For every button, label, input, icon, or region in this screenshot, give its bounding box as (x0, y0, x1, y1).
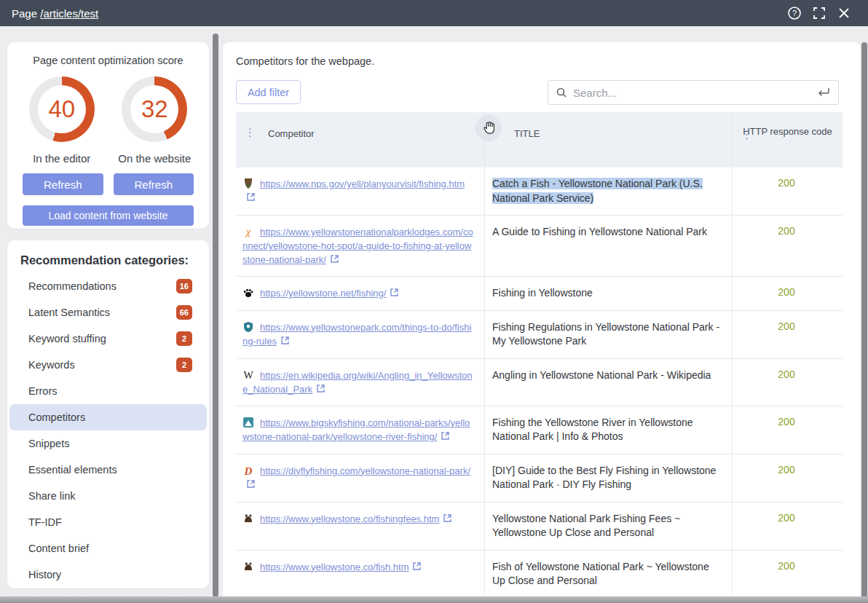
external-link-icon[interactable] (330, 254, 339, 264)
optimization-score-card: Page content optimization score 40 In th… (7, 42, 209, 229)
gauge-caption: On the website (118, 152, 191, 165)
refresh-button-row: RefreshRefresh (15, 173, 201, 195)
competitor-cell: https://www.bigskyfishing.com/national-p… (236, 406, 484, 454)
http-code-cell: 200 (732, 454, 843, 502)
column-header-http-code[interactable]: ⋮ HTTP response code (732, 112, 843, 168)
competitor-url-link[interactable]: https://www.yellowstonepark.com/things-t… (242, 322, 471, 347)
bottom-edge-strip (0, 596, 868, 603)
gauge-value: 40 (29, 76, 95, 142)
drag-handle-icon[interactable]: ⋮ (245, 126, 256, 139)
competitor-cell: https://www.yellowstone.co/fish.htm (236, 551, 484, 598)
competitor-url-link[interactable]: https://diyflyfishing.com/yellowstone-na… (260, 465, 470, 476)
competitor-url-link[interactable]: https://www.yellowstonenationalparklodge… (242, 226, 473, 265)
category-label: TF-IDF (28, 516, 192, 528)
competitor-cell: https://www.yellowstone.co/fishingfees.h… (236, 502, 484, 550)
external-link-icon[interactable] (443, 513, 452, 523)
svg-text:D: D (244, 465, 253, 476)
external-link-icon[interactable] (316, 384, 326, 393)
search-box[interactable] (548, 80, 839, 105)
category-label: Latent Semantics (28, 307, 176, 318)
svg-text:W: W (243, 370, 253, 381)
competitor-cell: Dhttps://diyflyfishing.com/yellowstone-n… (236, 454, 484, 502)
donut-gauge: 40 (29, 76, 95, 142)
sidebar-item-snippets[interactable]: Snippets (9, 430, 207, 457)
sidebar-item-errors[interactable]: Errors (9, 378, 207, 404)
table-row: https://www.bigskyfishing.com/national-p… (236, 406, 843, 454)
sidebar-item-share-link[interactable]: Share link (9, 483, 207, 509)
mountain-favicon (242, 417, 254, 428)
wikipedia-w-favicon: W (242, 369, 254, 381)
http-code-cell: 200 (732, 168, 843, 215)
drag-handle-icon[interactable]: ⋮ (741, 126, 752, 144)
column-header-title[interactable]: TITLE (484, 112, 732, 168)
category-label: History (28, 569, 192, 580)
table-header: ⋮ Competitor TITLE ⋮ HTTP response code (236, 112, 843, 168)
page-title-label: Page (12, 7, 37, 20)
sidebar-item-keyword-stuffing[interactable]: Keyword stuffing2 (9, 326, 207, 352)
refresh-button[interactable]: Refresh (23, 173, 103, 195)
sidebar-item-recommendations[interactable]: Recommendations16 (9, 273, 207, 299)
category-count-badge: 66 (176, 305, 192, 320)
gauge-caption: In the editor (33, 152, 90, 165)
sidebar-item-keywords[interactable]: Keywords2 (9, 352, 207, 378)
competitor-url-link[interactable]: https://www.yellowstone.co/fish.htm (260, 561, 409, 572)
load-content-button[interactable]: Load content from website (23, 205, 194, 226)
table-row: https://www.nps.gov/yell/planyourvisit/f… (236, 168, 843, 215)
category-count-badge: 2 (176, 331, 192, 346)
title-cell: Fishing Regulations in Yellowstone Natio… (484, 311, 732, 358)
table-row: https://www.yellowstone.co/fishingfees.h… (236, 502, 843, 550)
external-link-icon[interactable] (412, 561, 422, 571)
table-row: https://www.yellowstonepark.com/things-t… (236, 310, 843, 358)
help-icon[interactable]: ? (782, 3, 807, 23)
window-titlebar: Page /articles/test ? (0, 0, 868, 26)
http-code-cell: 200 (732, 311, 843, 358)
http-code-cell: 200 (732, 502, 843, 550)
recommendation-categories-card: Recommendation categories: Recommendatio… (7, 240, 209, 588)
gauge-row: 40 In the editor 32 On the website (15, 76, 201, 165)
external-link-icon[interactable] (390, 288, 399, 297)
sidebar-item-latent-semantics[interactable]: Latent Semantics66 (9, 299, 207, 326)
competitor-url-link[interactable]: https://en.wikipedia.org/wiki/Angling_in… (242, 370, 472, 395)
competitor-cell: Whttps://en.wikipedia.org/wiki/Angling_i… (236, 359, 484, 406)
enter-key-icon (816, 87, 831, 98)
external-link-icon[interactable] (246, 479, 256, 489)
xanterra-x-favicon: χ (242, 226, 254, 237)
table-row: https://www.yellowstone.co/fish.htmFish … (236, 550, 843, 598)
column-header-competitor[interactable]: ⋮ Competitor (236, 112, 484, 168)
external-link-icon[interactable] (246, 192, 256, 202)
sidebar-item-competitors[interactable]: Competitors (9, 404, 207, 430)
category-label: Recommendations (28, 280, 176, 292)
page-path-link[interactable]: /articles/test (40, 7, 98, 20)
search-input[interactable] (573, 87, 816, 99)
panel-description: Competitors for the webpage. (236, 55, 374, 67)
close-icon[interactable] (832, 3, 856, 23)
title-cell: [DIY] Guide to the Best Fly Fishing in Y… (484, 454, 732, 502)
sidebar-item-history[interactable]: History (9, 561, 207, 588)
sidebar-item-essential-elements[interactable]: Essential elements (9, 457, 207, 483)
http-code-cell: 200 (732, 359, 843, 406)
external-link-icon[interactable] (280, 336, 290, 345)
sidebar-item-tf-idf[interactable]: TF-IDF (9, 509, 207, 535)
title-cell: A Guide to Fishing in Yellowstone Nation… (484, 216, 732, 276)
competitor-url-link[interactable]: https://www.bigskyfishing.com/national-p… (242, 417, 470, 442)
competitor-cell: https://www.nps.gov/yell/planyourvisit/f… (236, 168, 484, 215)
http-code-cell: 200 (732, 216, 843, 276)
main-scrollbar[interactable] (861, 42, 867, 603)
competitor-cell: https://yellowstone.net/fishing/ (236, 277, 484, 310)
competitor-url-link[interactable]: https://yellowstone.net/fishing/ (260, 288, 386, 299)
sidebar-scrollbar[interactable] (213, 34, 218, 597)
http-code-cell: 200 (732, 277, 843, 310)
external-link-icon[interactable] (441, 431, 450, 441)
category-label: Essential elements (28, 464, 192, 476)
competitor-url-link[interactable]: https://www.yellowstone.co/fishingfees.h… (260, 513, 439, 524)
diy-d-favicon: D (242, 465, 254, 476)
category-label: Keywords (28, 359, 176, 371)
selected-text: Catch a Fish - Yellowstone National Park… (492, 178, 703, 204)
add-filter-button[interactable]: Add filter (236, 80, 301, 104)
competitor-url-link[interactable]: https://www.nps.gov/yell/planyourvisit/f… (260, 178, 465, 189)
refresh-button[interactable]: Refresh (114, 173, 194, 195)
category-count-badge: 16 (176, 279, 192, 293)
score-gauge: 40 In the editor (15, 76, 108, 165)
fullscreen-icon[interactable] (807, 3, 832, 23)
sidebar-item-content-brief[interactable]: Content brief (9, 535, 207, 561)
